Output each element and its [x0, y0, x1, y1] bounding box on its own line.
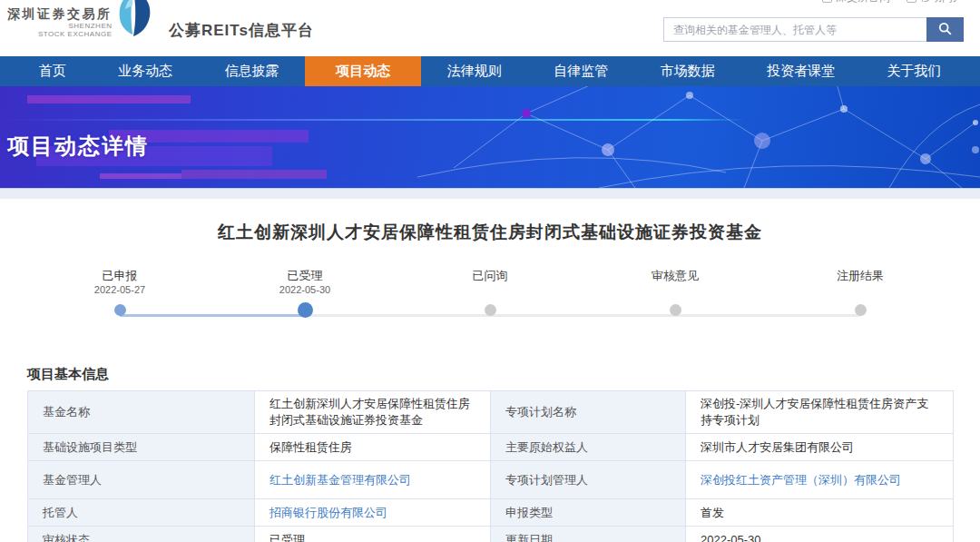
timeline-step-review-opinion: 审核意见 — [583, 268, 768, 333]
label-declaration-type: 申报类型 — [491, 499, 686, 527]
fund-title: 红土创新深圳人才安居保障性租赁住房封闭式基础设施证券投资基金 — [0, 221, 980, 244]
header-search — [663, 17, 964, 42]
banner-sub-strip — [0, 188, 980, 199]
link-abs-plan-manager[interactable]: 深创投红土资产管理（深圳）有限公司 — [701, 473, 901, 487]
search-button[interactable] — [926, 17, 964, 42]
main-nav: 首页 业务动态 信息披露 项目动态 法律规则 自律监管 市场数据 投资者课堂 关… — [0, 56, 980, 86]
label-abs-plan-name: 专项计划名称 — [491, 391, 686, 434]
step-dot — [855, 304, 867, 316]
nav-item-investor-classroom[interactable]: 投资者课堂 — [740, 56, 860, 86]
label-update-date: 更新日期 — [491, 527, 686, 542]
search-input[interactable] — [663, 17, 926, 42]
label-infra-project-type: 基础设施项目类型 — [28, 434, 255, 461]
nav-item-about-us[interactable]: 关于我们 — [861, 56, 967, 86]
timeline-step-declared: 已申报 2022-05-27 — [27, 268, 212, 333]
nav-item-home[interactable]: 首页 — [13, 56, 92, 86]
banner-decoration — [181, 170, 327, 179]
nav-item-laws-rules[interactable]: 法律规则 — [421, 56, 527, 86]
top-link-mobile-portal[interactable]: 移动门户 — [906, 0, 964, 5]
table-row: 托管人 招商银行股份有限公司 申报类型 首发 — [28, 499, 954, 527]
value-declaration-type: 首发 — [686, 499, 954, 527]
table-row: 基金管理人 红土创新基金管理有限公司 专项计划管理人 深创投红土资产管理（深圳）… — [28, 461, 954, 499]
timeline-step-inquired: 已问询 — [397, 268, 583, 333]
link-custodian[interactable]: 招商银行股份有限公司 — [270, 506, 387, 519]
value-abs-plan-name: 深创投-深圳人才安居保障性租赁住房资产支持专项计划 — [686, 391, 954, 434]
szse-logo-icon — [111, 0, 156, 42]
page-banner: 项目动态详情 — [0, 86, 980, 188]
exchange-name-en: SHENZHEN STOCK EXCHANGE — [7, 22, 113, 38]
value-review-status: 已受理 — [255, 527, 491, 542]
value-original-owner: 深圳市人才安居集团有限公司 — [686, 434, 954, 461]
site-grid-icon — [822, 0, 832, 3]
label-fund-name: 基金名称 — [28, 391, 255, 434]
project-basic-info-table: 基金名称 红土创新深圳人才安居保障性租赁住房封闭式基础设施证券投资基金 专项计划… — [27, 390, 954, 542]
review-status-timeline: 已申报 2022-05-27 已受理 2022-05-30 已问询 审核意见 注… — [27, 268, 953, 333]
label-review-status: 审核状态 — [28, 527, 255, 542]
label-original-owner: 主要原始权益人 — [491, 434, 686, 461]
value-update-date: 2022-05-30 — [686, 527, 954, 542]
nav-item-info-disclosure[interactable]: 信息披露 — [199, 56, 305, 86]
table-row: 基础设施项目类型 保障性租赁住房 主要原始权益人 深圳市人才安居集团有限公司 — [28, 434, 954, 461]
header-top-links: 深交所官网 移动门户 — [822, 0, 964, 5]
nav-item-project-updates[interactable]: 项目动态 — [305, 56, 421, 86]
step-dot — [670, 304, 681, 316]
top-link-official-site[interactable]: 深交所官网 — [822, 0, 890, 5]
banner-network-graphic — [417, 86, 980, 188]
value-infra-project-type: 保障性租赁住房 — [255, 434, 491, 461]
step-dot — [485, 304, 496, 316]
value-fund-name: 红土创新深圳人才安居保障性租赁住房封闭式基础设施证券投资基金 — [255, 391, 491, 434]
label-custodian: 托管人 — [28, 499, 255, 527]
search-icon — [938, 22, 952, 38]
page-title: 项目动态详情 — [7, 132, 149, 161]
exchange-name-cn: 深圳证券交易所 — [7, 5, 113, 22]
platform-title: 公募REITs信息平台 — [169, 20, 314, 41]
link-fund-manager[interactable]: 红土创新基金管理有限公司 — [270, 473, 411, 487]
nav-item-market-data[interactable]: 市场数据 — [634, 56, 740, 86]
table-row: 审核状态 已受理 更新日期 2022-05-30 — [28, 527, 954, 542]
step-dot — [298, 302, 313, 318]
timeline-step-registration-result: 注册结果 — [768, 268, 953, 333]
label-abs-plan-manager: 专项计划管理人 — [491, 461, 686, 499]
section-title-basic-info: 项目基本信息 — [27, 366, 953, 383]
banner-decoration — [27, 95, 191, 103]
site-header: 深圳证券交易所 SHENZHEN STOCK EXCHANGE 公募REITs信… — [0, 0, 980, 56]
banner-decoration — [100, 173, 181, 179]
exchange-logo[interactable]: 深圳证券交易所 SHENZHEN STOCK EXCHANGE — [7, 5, 113, 38]
mobile-icon — [906, 0, 916, 3]
label-fund-manager: 基金管理人 — [28, 461, 255, 499]
table-row: 基金名称 红土创新深圳人才安居保障性租赁住房封闭式基础设施证券投资基金 专项计划… — [28, 391, 954, 434]
step-dot — [114, 304, 126, 316]
nav-item-self-regulation[interactable]: 自律监管 — [528, 56, 634, 86]
timeline-step-accepted: 已受理 2022-05-30 — [212, 268, 397, 333]
nav-item-business-news[interactable]: 业务动态 — [92, 56, 198, 86]
